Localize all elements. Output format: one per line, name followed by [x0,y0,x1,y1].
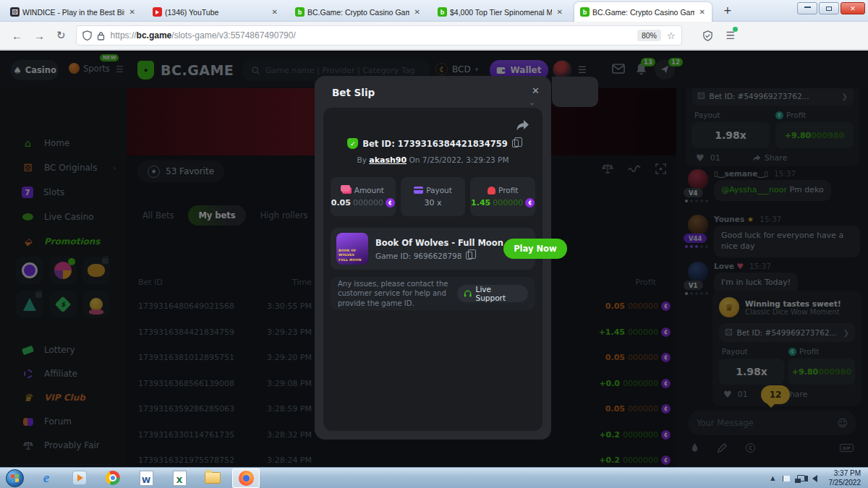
chevron-down-icon: ⌄ [529,98,535,106]
game-id-row: Game ID: 9696628798 [375,252,503,260]
cash-icon [342,187,352,194]
bet-id-row: ✓ Bet ID: 1739316384421834759 [323,138,542,149]
new-tab-button[interactable]: + [723,4,732,16]
taskbar-firefox-active[interactable] [232,468,260,488]
windows-logo-icon [11,474,19,482]
screen: ⚄ WINDICE - Play in the Best Bitco ✕ (13… [0,0,868,488]
browser-tab-spinomenal[interactable]: b $4,000 Top Tier Spinomenal Mul ✕ [432,2,569,22]
bet-meta-row: By akash90 On 7/25/2022, 3:29:23 PM [323,155,542,165]
browser-tab-bcgame-active[interactable]: b BC.Game: Crypto Casino Games ✕ [574,2,712,22]
game-card: BOOK OF WOLVES FULL MOON Book Of Wolves … [331,228,535,270]
tab-close-icon[interactable]: ✕ [127,8,137,16]
game-thumbnail[interactable]: BOOK OF WOLVES FULL MOON [336,233,368,265]
taskbar: e W X ▲ 3:37 PM 7/25/2022 [0,467,868,488]
zoom-level-badge[interactable]: 80% [637,30,661,41]
firefox-icon [239,471,254,486]
profit-stat: Profit 1.45000000¢ [470,177,535,216]
tab-close-icon[interactable]: ✕ [697,8,707,16]
bcd-coin-icon: ¢ [386,198,395,207]
share-icon[interactable] [516,119,529,132]
taskbar-ie[interactable]: e [35,469,57,487]
headset-icon [464,290,472,298]
bcgame-favicon: b [580,7,590,17]
play-now-button[interactable]: Play Now [503,239,567,259]
taskbar-media-player[interactable] [69,469,90,487]
url-text: https://bc.game/slots-game/v3:5574867490… [111,30,637,40]
bet-stats: Amount 0.05000000¢ Payout 30 x Profit 1.… [331,177,535,216]
card-icon [414,187,423,194]
live-support-button[interactable]: Live Support [457,285,528,302]
window-controls: ✕ [797,2,865,14]
tab-close-icon[interactable]: ✕ [555,8,565,16]
bet-slip-modal: Bet Slip ✕ ⌄ ✓ Bet ID: 17393163844218347… [315,76,551,440]
tracking-shield-icon[interactable] [82,30,92,40]
update-dot [733,27,738,32]
username-link[interactable]: akash90 [369,155,407,165]
profit-icon [488,187,495,194]
support-row: Any issues, please contact the customer … [331,277,535,310]
tab-close-icon[interactable]: ✕ [270,8,280,16]
dice-favicon: ⚄ [10,7,20,17]
support-text: Any issues, please contact the customer … [338,279,457,309]
volume-icon[interactable] [812,475,817,482]
browser-tab-youtube[interactable]: (1346) YouTube ✕ [147,2,284,22]
browser-tab-bar: ⚄ WINDICE - Play in the Best Bitco ✕ (13… [0,0,868,22]
reload-button[interactable]: ↻ [56,29,66,42]
copy-icon[interactable] [512,140,519,147]
toolbar-right: ☰ [702,30,736,41]
copy-icon[interactable] [466,252,472,260]
minimize-button[interactable] [797,2,817,14]
game-name: Book Of Wolves - Full Moon [375,238,503,248]
url-bar[interactable]: https://bc.game/slots-game/v3:5574867490… [76,25,682,46]
browser-tab-windice[interactable]: ⚄ WINDICE - Play in the Best Bitco ✕ [4,2,142,22]
app-menu-icon[interactable]: ☰ [726,30,736,41]
payout-stat: Payout 30 x [401,177,466,216]
account-shield-icon[interactable] [702,30,713,41]
lock-icon[interactable] [97,31,105,40]
amount-stat: Amount 0.05000000¢ [331,177,396,216]
restore-button[interactable] [819,2,839,14]
browser-toolbar: ← → ↻ https://bc.game/slots-game/v3:5574… [0,22,868,51]
system-tray: ▲ 3:37 PM 7/25/2022 [770,468,865,488]
browser-tab-bcgame-1[interactable]: b BC.Game: Crypto Casino Games ✕ [289,2,427,22]
bcgame-favicon: b [438,7,447,17]
taskbar-explorer[interactable] [202,469,224,487]
taskbar-chrome[interactable] [102,469,124,487]
site-viewport: ♠ Casino Sports NEW ☰ ⬩ BC.GAME ¢ BCD [0,52,868,467]
bookmark-star-icon[interactable]: ☆ [667,30,676,41]
taskbar-excel[interactable]: X [169,469,190,487]
verified-shield-icon: ✓ [347,138,358,149]
wallet-dropdown-panel [552,77,598,107]
modal-title: Bet Slip [332,87,375,98]
close-modal-icon[interactable]: ✕ [532,85,540,96]
close-button[interactable]: ✕ [841,2,865,14]
network-icon[interactable] [797,475,805,481]
bet-slip-body: ✓ Bet ID: 1739316384421834759 By akash90… [323,108,542,431]
action-center-flag-icon[interactable] [783,476,790,481]
clock[interactable]: 3:37 PM 7/25/2022 [825,469,866,487]
youtube-favicon [153,7,162,17]
back-button[interactable]: ← [12,30,22,42]
forward-button[interactable]: → [34,30,45,42]
bcgame-favicon: b [295,7,305,17]
start-button[interactable] [6,469,24,487]
bcd-coin-icon: ¢ [525,198,535,207]
taskbar-word[interactable]: W [135,469,157,487]
tray-expand-icon[interactable]: ▲ [770,475,775,481]
tab-close-icon[interactable]: ✕ [412,8,422,16]
